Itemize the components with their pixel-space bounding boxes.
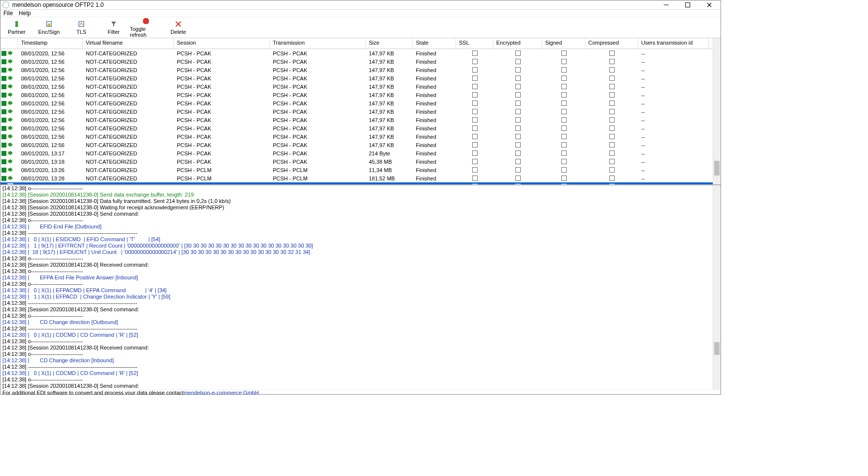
table-row[interactable]: 08/01/2020, 12:56NOT-CATEGORIZEDPCSH - P… [0, 132, 713, 141]
footer-text: For additional EDI software to convert a… [2, 390, 184, 395]
table-row[interactable]: 08/01/2020, 12:56NOT-CATEGORIZEDPCSH - P… [0, 82, 713, 91]
row-status-icons [0, 142, 18, 149]
cell-uid: -- [638, 175, 709, 181]
table-row[interactable]: 08/01/2020, 14:12NOT-CATEGORIZEDPCSH - P… [0, 182, 713, 184]
direction-arrow-icon [7, 150, 13, 157]
col-session[interactable]: Session [174, 38, 270, 49]
cell-uid: -- [638, 134, 709, 140]
cell-timestamp: 08/01/2020, 12:56 [18, 84, 83, 90]
col-timestamp[interactable]: Timestamp [18, 38, 83, 49]
col-uid[interactable]: Users transmission id [638, 38, 709, 49]
checkbox-icon [609, 175, 615, 181]
direction-arrow-icon [7, 133, 13, 140]
footer-link[interactable]: mendelson-e-commerce GmbH [184, 390, 259, 395]
maximize-button[interactable] [681, 0, 694, 9]
checkbox-icon [472, 75, 478, 81]
cell-vfile: NOT-CATEGORIZED [83, 125, 174, 131]
toolbar-partner[interactable]: Partner [0, 17, 33, 38]
col-transmission[interactable]: Transmission [270, 38, 366, 49]
menu-file[interactable]: File [3, 10, 13, 17]
cell-vfile: NOT-CATEGORIZED [83, 175, 174, 181]
table-row[interactable]: 08/01/2020, 12:56NOT-CATEGORIZEDPCSH - P… [0, 49, 713, 57]
log-line: [14:12:38] [Session 20200108141238-0] Da… [2, 198, 711, 204]
status-square-icon [1, 76, 6, 81]
row-status-icons [0, 108, 18, 115]
table-body: 08/01/2020, 12:56NOT-CATEGORIZEDPCSH - P… [0, 49, 713, 184]
app-icon [2, 1, 9, 8]
cell-uid: -- [638, 150, 709, 156]
cell-uid: -- [638, 109, 709, 115]
row-status-icons [0, 125, 18, 132]
table-row[interactable]: 08/01/2020, 12:56NOT-CATEGORIZEDPCSH - P… [0, 141, 713, 149]
checkbox-icon [515, 92, 521, 98]
table-row[interactable]: 08/01/2020, 12:56NOT-CATEGORIZEDPCSH - P… [0, 116, 713, 124]
col-status[interactable] [0, 38, 18, 49]
log-scrollbar[interactable] [713, 185, 721, 389]
log-content[interactable]: [14:12:38] o----------------------------… [0, 185, 713, 389]
table-row[interactable]: 08/01/2020, 12:56NOT-CATEGORIZEDPCSH - P… [0, 91, 713, 99]
cell-vfile: NOT-CATEGORIZED [83, 59, 174, 65]
cell-ssl [456, 117, 493, 123]
table-row[interactable]: 08/01/2020, 12:56NOT-CATEGORIZEDPCSH - P… [0, 124, 713, 132]
table-row[interactable]: 08/01/2020, 13:17NOT-CATEGORIZEDPCSH - P… [0, 149, 713, 157]
cell-uid: -- [638, 125, 709, 131]
table-row[interactable]: 08/01/2020, 12:56NOT-CATEGORIZEDPCSH - P… [0, 66, 713, 74]
table-row[interactable]: 08/01/2020, 12:56NOT-CATEGORIZEDPCSH - P… [0, 107, 713, 116]
checkbox-icon [561, 59, 567, 64]
status-square-icon [1, 118, 6, 123]
cell-vfile: NOT-CATEGORIZED [83, 109, 174, 115]
table-row[interactable]: 08/01/2020, 13:18NOT-CATEGORIZEDPCSH - P… [0, 157, 713, 166]
close-button[interactable] [703, 0, 716, 9]
col-ssl[interactable]: SSL [456, 38, 493, 49]
cell-uid: -- [638, 167, 709, 173]
toolbar-encsign[interactable]: Enc/Sign [33, 17, 65, 38]
cell-size: 147,97 KB [366, 142, 413, 148]
checkbox-icon [561, 109, 567, 114]
cell-compressed [585, 75, 638, 81]
cell-size: 214 Byte [366, 150, 413, 156]
menu-help[interactable]: Help [19, 10, 31, 17]
checkbox-icon [515, 59, 521, 64]
col-vfile[interactable]: Virtual filename [83, 38, 174, 49]
cell-session: PCSH - PCAK [174, 134, 270, 140]
toolbar-tls[interactable]: TLS [65, 17, 97, 38]
log-line: [14:12:38] o----------------------------… [2, 281, 711, 287]
table-row[interactable]: 08/01/2020, 12:56NOT-CATEGORIZEDPCSH - P… [0, 57, 713, 66]
col-signed[interactable]: Signed [542, 38, 585, 49]
table-row[interactable]: 08/01/2020, 13:28NOT-CATEGORIZEDPCSH - P… [0, 174, 713, 182]
cell-compressed [585, 92, 638, 98]
col-state[interactable]: State [413, 38, 456, 49]
toolbar-delete[interactable]: Delete [162, 17, 194, 38]
col-encrypted[interactable]: Encrypted [493, 38, 542, 49]
cell-encrypted [493, 92, 542, 98]
log-line: [14:12:38] [Session 20200108141238-0] Se… [2, 192, 711, 198]
log-line: [14:12:38] | EFID End File [Outbound] [2, 224, 711, 230]
toolbar-filter[interactable]: Filter [97, 17, 130, 38]
scrollbar-thumb[interactable] [714, 342, 720, 355]
cell-session: PCSH - PCLM [174, 167, 270, 173]
cell-session: PCSH - PCAK [174, 142, 270, 148]
minimize-button[interactable] [660, 0, 673, 9]
col-compressed[interactable]: Compressed [585, 38, 638, 49]
table-row[interactable]: 08/01/2020, 12:56NOT-CATEGORIZEDPCSH - P… [0, 99, 713, 107]
table-row[interactable]: 08/01/2020, 12:56NOT-CATEGORIZEDPCSH - P… [0, 74, 713, 82]
col-size[interactable]: Size [366, 38, 413, 49]
cell-vfile: NOT-CATEGORIZED [83, 142, 174, 148]
toolbar-toggle-refresh[interactable]: Toggle refresh [130, 17, 162, 38]
cell-compressed [585, 167, 638, 173]
cell-encrypted [493, 100, 542, 106]
cell-encrypted [493, 142, 542, 148]
log-panel: [14:12:38] o----------------------------… [0, 185, 721, 389]
table-row[interactable]: 08/01/2020, 13:26NOT-CATEGORIZEDPCSH - P… [0, 166, 713, 174]
direction-arrow-icon [7, 67, 13, 74]
cell-transmission: PCSH - PCAK [270, 117, 366, 123]
cell-session: PCSH - PCAK [174, 100, 270, 106]
direction-arrow-icon [7, 142, 13, 149]
status-square-icon [1, 84, 6, 89]
checkbox-icon [609, 134, 615, 139]
direction-arrow-icon [7, 50, 13, 57]
stop-icon [142, 17, 150, 25]
table-scrollbar[interactable] [713, 38, 721, 184]
cell-session: PCSH - PCAK [174, 92, 270, 98]
scrollbar-thumb[interactable] [714, 161, 720, 175]
